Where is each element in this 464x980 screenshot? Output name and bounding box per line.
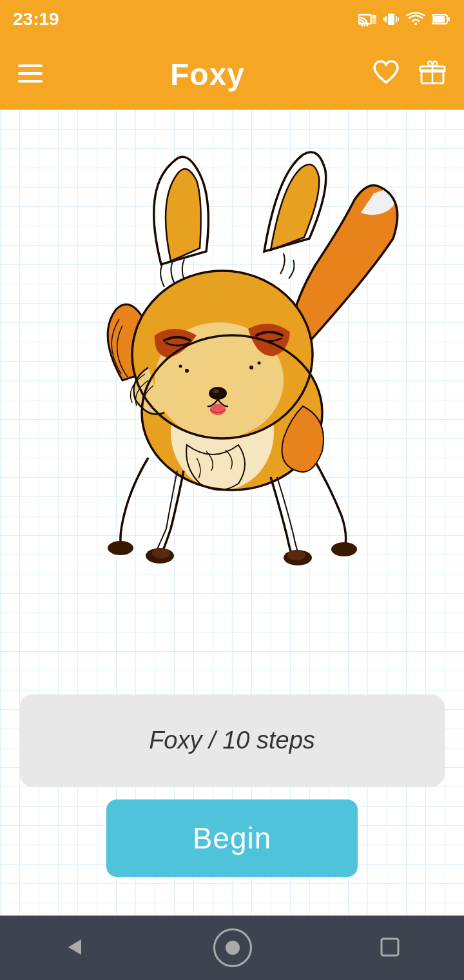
svg-point-29 xyxy=(287,550,305,560)
svg-point-22 xyxy=(213,389,219,394)
back-button[interactable] xyxy=(63,936,86,961)
svg-point-23 xyxy=(210,404,226,415)
back-icon xyxy=(63,936,86,959)
bottom-nav-bar xyxy=(0,916,464,980)
fox-illustration xyxy=(58,135,406,574)
svg-point-30 xyxy=(331,542,357,556)
app-bar: Foxy xyxy=(0,39,464,110)
status-bar: 23:19 xyxy=(0,0,464,39)
svg-rect-3 xyxy=(388,14,394,25)
svg-point-32 xyxy=(185,369,189,373)
fox-illustration-container xyxy=(45,122,419,587)
gift-icon xyxy=(419,60,446,84)
svg-point-34 xyxy=(249,366,253,369)
hamburger-icon xyxy=(18,64,43,83)
gift-button[interactable] xyxy=(419,60,446,88)
svg-rect-11 xyxy=(18,64,43,67)
app-bar-actions xyxy=(372,60,446,88)
svg-rect-5 xyxy=(396,16,397,23)
begin-button[interactable]: Begin xyxy=(106,799,358,877)
home-icon xyxy=(213,928,252,967)
svg-rect-10 xyxy=(433,16,445,23)
svg-rect-4 xyxy=(385,16,387,23)
svg-marker-36 xyxy=(68,939,81,955)
svg-point-33 xyxy=(179,365,182,368)
svg-rect-13 xyxy=(18,80,43,83)
svg-rect-9 xyxy=(447,17,450,21)
svg-point-21 xyxy=(209,387,227,400)
svg-rect-2 xyxy=(372,15,376,17)
info-card-text: Foxy / 10 steps xyxy=(149,727,315,754)
svg-rect-7 xyxy=(398,17,399,21)
vibrate-icon xyxy=(383,11,400,28)
status-icons xyxy=(358,11,451,28)
home-button[interactable] xyxy=(213,928,252,967)
page-title: Foxy xyxy=(170,57,245,92)
svg-rect-6 xyxy=(383,17,385,21)
svg-point-27 xyxy=(152,548,170,558)
battery-icon xyxy=(432,14,451,25)
svg-point-35 xyxy=(258,362,261,365)
svg-rect-37 xyxy=(382,939,398,956)
svg-rect-12 xyxy=(18,72,43,75)
favorite-button[interactable] xyxy=(372,60,400,88)
heart-icon xyxy=(372,60,400,84)
wifi-icon xyxy=(406,12,425,26)
svg-point-31 xyxy=(108,541,133,555)
info-card: Foxy / 10 steps xyxy=(19,694,445,787)
recents-icon xyxy=(379,936,401,958)
content-area: Foxy / 10 steps Begin xyxy=(0,110,464,916)
recents-button[interactable] xyxy=(379,936,401,960)
cast-icon xyxy=(358,12,376,26)
menu-button[interactable] xyxy=(18,61,43,88)
status-time: 23:19 xyxy=(13,9,59,30)
